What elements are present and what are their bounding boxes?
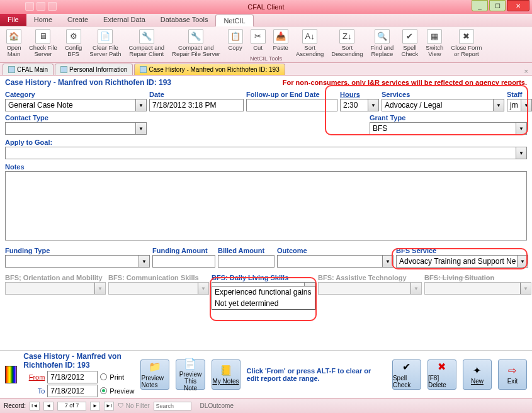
form-icon	[60, 66, 67, 73]
hours-combo[interactable]: 2:30▼	[340, 99, 379, 111]
ribbon-switch-view-button[interactable]: ▦Switch View	[423, 28, 446, 61]
chevron-down-icon[interactable]: ▼	[139, 256, 149, 267]
chevron-down-icon[interactable]: ▼	[516, 147, 526, 159]
tab-home[interactable]: Home	[26, 14, 60, 26]
chevron-down-icon[interactable]: ▼	[516, 123, 526, 134]
footer-title: Case History - Manfred von Richthofen ID…	[23, 352, 134, 370]
print-radio[interactable]	[100, 373, 107, 380]
ribbon-compact-and-repair-client-button[interactable]: 🔧Compact and Repair Client	[127, 28, 167, 61]
ribbon-find-and-replace-button[interactable]: 🔍Find and Replace	[368, 28, 396, 61]
new-button[interactable]: ✦New	[463, 359, 492, 390]
billed-amount-input[interactable]	[218, 255, 274, 268]
date-input[interactable]	[149, 99, 244, 111]
ribbon-icon: Z↓	[339, 29, 354, 44]
maximize-button[interactable]: ☐	[489, 0, 506, 11]
doctab-case-history[interactable]: Case History - Manfred von Richthofen ID…	[134, 64, 285, 75]
window-title: CFAL Client	[247, 3, 284, 11]
chevron-down-icon[interactable]: ▼	[521, 99, 531, 111]
ribbon-sort-ascending-button[interactable]: A↓Sort Ascending	[293, 28, 326, 61]
ribbon-icon: 🔍	[375, 29, 390, 44]
ribbon-open-main-button[interactable]: 🏠Open Main	[4, 28, 24, 61]
exit-button[interactable]: ⇨Exit	[498, 359, 527, 390]
document-tabs: CFAL Main Personal Information Case Hist…	[0, 63, 532, 76]
ribbon-icon: ✖	[459, 29, 474, 44]
delete-button[interactable]: ✖[F8] Delete	[427, 359, 456, 390]
ribbon-icon: 🔧	[139, 29, 154, 44]
chevron-down-icon[interactable]: ▼	[135, 123, 146, 134]
tab-external-data[interactable]: External Data	[96, 14, 153, 26]
contact-type-combo[interactable]: ▼	[5, 122, 147, 135]
ribbon-clear-file-server-path-button[interactable]: 📄Clear File Server Path	[87, 28, 123, 61]
doctab-personal-info[interactable]: Personal Information	[55, 64, 133, 75]
bfs-assist-combo: ▼	[318, 282, 422, 295]
nav-next-button[interactable]: ►	[90, 402, 100, 410]
followup-input[interactable]	[246, 99, 337, 111]
dropdown-option[interactable]: Experienced functional gains	[212, 286, 315, 298]
bfs-service-combo[interactable]: Advocacy Training and Support Ne▼	[396, 255, 528, 268]
dropdown-option[interactable]: Not yet determined	[212, 298, 315, 309]
bfs-living-combo: ▼	[424, 282, 531, 295]
file-menu[interactable]: File	[0, 14, 26, 26]
ribbon-copy-button[interactable]: 📋Copy	[225, 28, 246, 61]
grant-type-combo[interactable]: BFS▼	[370, 122, 527, 135]
funding-type-combo[interactable]: ▼	[5, 255, 150, 268]
status-field: DLOutcome	[200, 402, 234, 409]
ribbon-compact-and-repair-file-server-button[interactable]: 🔧Compact and Repair File Server	[169, 28, 223, 61]
ribbon-check-file-server-button[interactable]: 🖥Check File Server	[26, 28, 60, 61]
spell-check-button[interactable]: ✔Spell Check	[392, 359, 421, 390]
tab-netcil[interactable]: NetCIL	[215, 14, 253, 26]
ribbon-config-bfs-button[interactable]: ⚙Config BFS	[62, 28, 84, 61]
nav-last-button[interactable]: ►I	[104, 402, 114, 410]
close-button[interactable]: ✕	[507, 0, 529, 11]
search-input[interactable]	[154, 402, 191, 410]
tab-database-tools[interactable]: Database Tools	[153, 14, 216, 26]
label-bfs-living: BFS: Living Situation	[424, 274, 531, 281]
tab-create[interactable]: Create	[60, 14, 96, 26]
label-notes: Notes	[5, 163, 527, 171]
services-combo[interactable]: Advocacy / Legal▼	[382, 99, 504, 111]
label-billed-amount: Billed Amount	[218, 247, 274, 254]
outcome-combo[interactable]: ▼	[277, 255, 393, 268]
ribbon-sort-descending-button[interactable]: Z↓Sort Descending	[329, 28, 365, 61]
label-staff: Staff	[507, 91, 532, 98]
label-contact-type: Contact Type	[5, 114, 147, 122]
category-combo[interactable]: General Case Note▼	[5, 99, 147, 111]
exit-icon: ⇨	[506, 364, 519, 376]
label-bfs-orient: BFS; Orientation and Mobility	[5, 274, 106, 281]
ribbon-icon: 🖥	[35, 29, 50, 44]
staff-combo[interactable]: jm▼	[507, 99, 532, 111]
doctab-cfal-main[interactable]: CFAL Main	[3, 64, 54, 75]
qat-undo-icon[interactable]	[37, 2, 45, 11]
chevron-down-icon[interactable]: ▼	[368, 99, 378, 111]
close-tab-icon[interactable]: ×	[524, 67, 528, 75]
qat-save-icon[interactable]	[25, 2, 34, 11]
footer-hint: Click 'From' or press ALT-F to clear or …	[247, 367, 380, 382]
funding-amount-input[interactable]	[152, 255, 215, 268]
record-position[interactable]: 7 of 7	[57, 402, 86, 410]
preview-notes-button[interactable]: 📁Preview Notes	[140, 359, 169, 390]
minimize-button[interactable]: _	[472, 0, 488, 11]
label-apply-goal: Apply to Goal:	[5, 139, 527, 146]
qat-redo-icon[interactable]	[48, 2, 57, 11]
my-notes-button[interactable]: 📒My Notes	[212, 359, 241, 390]
chevron-down-icon[interactable]: ▼	[493, 99, 504, 111]
label-funding-amount: Funding Amount	[152, 247, 215, 254]
delete-icon: ✖	[436, 361, 448, 373]
to-date-input[interactable]	[47, 385, 98, 397]
preview-radio[interactable]	[100, 387, 107, 394]
label-funding-type: Funding Type	[5, 247, 150, 254]
label-from[interactable]: From	[23, 373, 45, 381]
nav-prev-button[interactable]: ◄	[43, 402, 54, 410]
chevron-down-icon[interactable]: ▼	[135, 99, 146, 111]
chevron-down-icon[interactable]: ▼	[517, 256, 528, 267]
bfs-daily-dropdown[interactable]: Experienced functional gains Not yet det…	[212, 286, 315, 310]
apply-goal-combo[interactable]: ▼	[5, 147, 527, 159]
notes-textarea[interactable]	[5, 171, 527, 240]
preview-this-note-button[interactable]: 📄Preview This Note	[176, 359, 205, 390]
ribbon-spell-check-button[interactable]: ✔Spell Check	[399, 28, 421, 61]
nav-first-button[interactable]: I◄	[30, 402, 40, 410]
from-date-input[interactable]	[47, 371, 98, 383]
ribbon-close-form-or-report-button[interactable]: ✖Close Form or Report	[448, 28, 484, 61]
chevron-down-icon[interactable]: ▼	[382, 256, 393, 267]
no-filter-label[interactable]: ⛉ No Filter	[118, 402, 150, 409]
